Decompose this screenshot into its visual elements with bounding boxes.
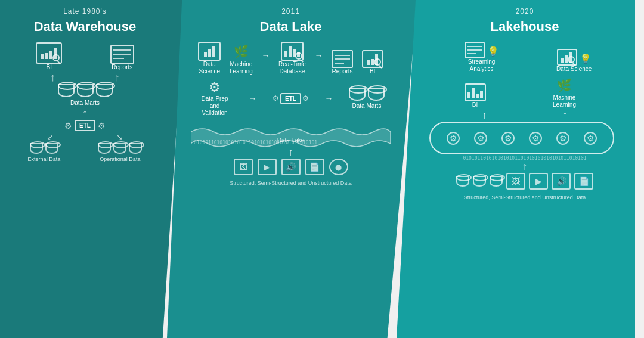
dw-arrow-reports: ↑ <box>114 72 120 83</box>
lh-ml-icon: 🌿 <box>554 76 575 94</box>
dw-arrow-left: ↙ <box>47 132 54 142</box>
dl-rtdb-icon <box>281 42 304 61</box>
dl-dataprep-label: Data Prep and Validation <box>197 95 233 117</box>
lh-img-icon: 🖼 <box>506 173 525 190</box>
dl-ml-icon: 🌿 <box>230 42 252 61</box>
dw-op-cyl-1 <box>98 143 111 154</box>
lh-arrow-bi-up: ↑ <box>482 110 487 120</box>
dw-ext-cyl-2 <box>45 143 58 154</box>
dw-data-marts-group: Data Marts <box>58 84 113 107</box>
lh-doc-icon: 📄 <box>574 173 593 190</box>
lh-cyl-3 <box>490 176 503 187</box>
dl-sources-row: 🖼 ▶ 🔊 📄 ⬤ <box>191 159 391 175</box>
lh-ds-label: Data Science <box>556 66 592 73</box>
dl-era: 2011 <box>191 0 391 15</box>
dw-sources-row: External Data Operational Data <box>9 143 161 162</box>
dl-arrow-etl: → <box>249 94 257 103</box>
data-warehouse-panel: Late 1980's Data Warehouse BI <box>0 0 185 338</box>
dl-rtdb-group: Real-TimeDatabase <box>278 42 306 75</box>
dl-marts-cyls <box>349 88 385 101</box>
dl-db-icon: ⬤ <box>329 159 348 175</box>
dw-title: Data Warehouse <box>9 15 161 39</box>
dl-top-row: DataScience 🌿 MachineLearning → <box>191 42 391 75</box>
lh-gear-5: ⚙ <box>556 132 569 145</box>
dl-title: Data Lake <box>191 15 391 39</box>
lh-streaming-label: Streaming Analytics <box>458 58 506 73</box>
dw-arrow-bi: ↑ <box>50 72 55 83</box>
dw-cyl-1 <box>58 84 75 97</box>
lh-ml-group: 🌿 Machine Learning <box>544 76 586 108</box>
dw-op-cyls <box>98 143 142 154</box>
dl-dataprep-icon: ⚙ <box>209 80 221 95</box>
dw-cyl-3 <box>96 84 113 97</box>
dw-operational-group: Operational Data <box>98 143 142 162</box>
lh-sources-row: 🖼 ▶ 🔊 📄 <box>426 173 623 190</box>
lh-streaming-icons: 💡 <box>465 42 499 58</box>
lh-bi-icon <box>465 83 486 101</box>
lh-ds-icons: 💡 <box>557 49 592 66</box>
lh-audio-icon: 🔊 <box>552 173 571 190</box>
dl-dataprep-group: ⚙ Data Prep and Validation <box>197 80 233 117</box>
lh-streaming-report-icon <box>465 42 485 58</box>
dl-doc-icon: 📄 <box>305 159 324 175</box>
lh-streaming-chart-icon: 💡 <box>487 46 499 57</box>
lh-title: Lakehouse <box>426 15 623 39</box>
dl-video-icon: ▶ <box>258 159 277 175</box>
dl-reports-group: Reports <box>332 50 353 75</box>
dw-op-cyl-3 <box>129 143 142 154</box>
main-container: Late 1980's Data Warehouse BI <box>0 0 644 338</box>
dw-external-group: External Data <box>28 143 61 162</box>
lh-gear-6: ⚙ <box>584 132 597 145</box>
dl-bi-group: BI <box>362 50 383 75</box>
dl-lake-area: 0101011010101010101101010101010101011010… <box>191 123 391 147</box>
dl-arrow-marts: → <box>324 94 333 103</box>
dl-datamarts-label: Data Marts <box>352 103 382 110</box>
dw-era: Late 1980's <box>9 0 161 15</box>
lh-video-icon: ▶ <box>529 173 548 190</box>
dl-data-science-icon <box>198 42 221 61</box>
lh-ml-label: Machine Learning <box>544 94 586 108</box>
dw-ext-cyls <box>30 143 58 154</box>
lh-conveyor: ⚙ ⚙ ⚙ ⚙ ⚙ ⚙ <box>429 122 614 154</box>
lh-second-row: BI 🌿 Machine Learning <box>426 76 623 108</box>
lh-bi-label: BI <box>472 101 478 108</box>
dl-bottom-label: Structured, Semi-Structured and Unstruct… <box>191 180 391 186</box>
dl-middle-row: ⚙ Data Prep and Validation → ⚙ ETL ⚙ → <box>191 80 391 117</box>
lh-gear-1: ⚙ <box>447 132 460 145</box>
lh-cyl-1 <box>456 176 469 187</box>
dl-lake-label: Data Lake <box>277 137 305 144</box>
dw-reports-icon <box>110 45 134 64</box>
dl-audio-icon: 🔊 <box>281 159 301 175</box>
lh-arrow-conv-up: ↑ <box>426 161 623 172</box>
lh-bottom-label: Structured, Semi-Structured and Unstruct… <box>426 194 623 200</box>
dl-bi-icon <box>362 50 383 68</box>
dw-reports-label: Reports <box>112 64 132 71</box>
dl-bi-label: BI <box>370 68 375 75</box>
lh-top-row: 💡 Streaming Analytics <box>426 42 623 73</box>
dl-etl-box: ETL <box>280 93 301 104</box>
dl-arrow-rt-reports: → <box>314 51 323 60</box>
data-lake-panel: 2011 Data Lake DataScience <box>167 0 417 338</box>
dw-bi-icon <box>36 42 62 64</box>
dl-data-science-label: DataScience <box>199 61 221 75</box>
lh-gear-4: ⚙ <box>529 132 542 145</box>
dl-ml-group: 🌿 MachineLearning <box>230 42 253 75</box>
dw-etl-row: ⚙ ETL ⚙ <box>9 120 161 131</box>
dl-data-science-group: DataScience <box>198 42 221 75</box>
lh-conveyor-area: ⚙ ⚙ ⚙ ⚙ ⚙ ⚙ 0101011010101010101101010101… <box>429 122 620 161</box>
lh-binary: 0101011010101010101101010101010101011010… <box>429 156 620 161</box>
dl-arrow-lake-up: ↑ <box>191 147 391 157</box>
dw-bi-group: BI <box>36 42 62 71</box>
dw-op-cyl-2 <box>113 143 126 154</box>
dl-reports-label: Reports <box>332 68 353 75</box>
dl-reports-icon <box>332 50 353 68</box>
dw-arrow-marts: ↑ <box>9 108 161 119</box>
dw-arrow-right: ↘ <box>116 132 123 142</box>
dw-external-label: External Data <box>28 156 61 162</box>
dw-cylinders <box>58 84 113 97</box>
lh-arrow-ml-up: ↑ <box>562 110 568 120</box>
dl-rtdb-label: Real-TimeDatabase <box>278 61 306 75</box>
dl-cyl-1 <box>349 88 366 101</box>
lh-ds-chart-icon <box>557 49 577 66</box>
lh-gear-2: ⚙ <box>474 132 487 145</box>
